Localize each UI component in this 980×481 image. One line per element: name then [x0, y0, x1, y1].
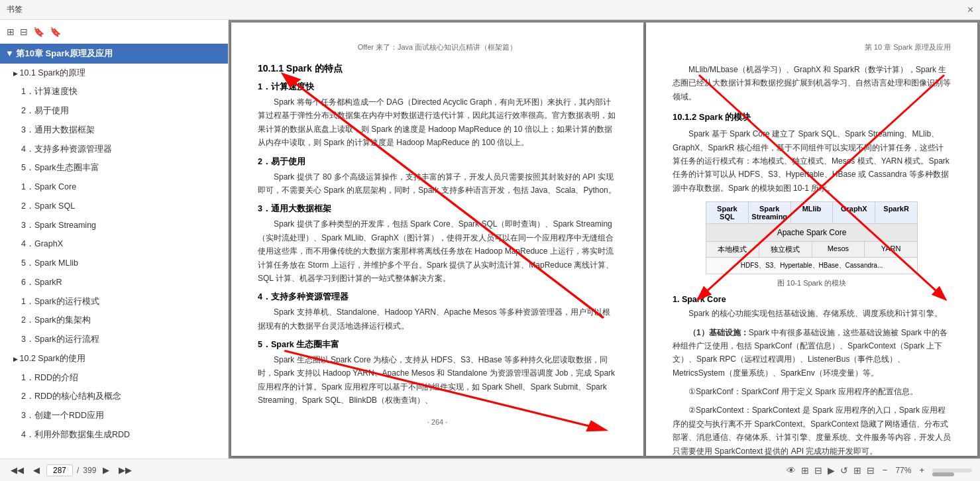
item-3-title: 3．通用大数据框架 [258, 203, 617, 215]
sidebar-item-ecosystem[interactable]: 5．Spark生态圈丰富 [0, 158, 228, 178]
diagram-cell-graphx: GraphX [833, 202, 875, 223]
spark-diagram-container: SparkSQL SparkStreaming MLlib GraphX Spa… [673, 201, 951, 288]
sidebar-item-mllib[interactable]: 5．Spark MLlib [0, 254, 228, 273]
item-2-title: 2．易于使用 [258, 156, 617, 168]
play-icon[interactable]: ▶ [828, 465, 835, 476]
zoom-label: 77% [895, 466, 911, 475]
nav-first-button[interactable]: ◀◀ [8, 464, 27, 476]
item-4-title: 4．支持多种资源管理器 [258, 292, 617, 303]
item-2-content: Spark 提供了 80 多个高级运算操作，支持丰富的算子，开发人员只需要按照其… [258, 170, 617, 197]
sidebar-item-sparkr[interactable]: 6．SparkR [0, 273, 228, 292]
item-3-content: Spark 提供了多种类型的开发库，包括 Spark Core、Spark SQ… [258, 217, 617, 285]
crop-icon[interactable]: ⊞ [853, 465, 861, 476]
page-number-input[interactable]: 287 [46, 464, 73, 476]
zoom-increase-button[interactable]: + [916, 464, 927, 476]
left-page-header: Offer 来了：Java 面试核心知识点精讲（框架篇） [258, 42, 617, 52]
sidebar-item-rdd-core[interactable]: 2．RDD的核心结构及概念 [0, 387, 228, 406]
right-controls: 👁 ⊞ ⊟ ▶ ↺ ⊞ ⊟ − 77% + [787, 464, 972, 476]
diagram-title: 图 10-1 Spark 的模块 [777, 278, 846, 288]
page-total: 399 [83, 466, 96, 475]
left-section-title: 10.1.1 Spark 的特点 [258, 63, 617, 75]
sidebar-item-10-1[interactable]: 10.1 Spark的原理 [0, 64, 228, 83]
bookmark-icon-1[interactable]: 🔖 [33, 27, 44, 37]
nav-last-button[interactable]: ▶▶ [116, 464, 135, 476]
diagram-cell-storage: HDFS、S3、Hypertable、HBase、Cassandra... [706, 258, 917, 274]
diagram-cell-sql: SparkSQL [706, 202, 749, 223]
diagram-row-2: Apache Spark Core [706, 224, 917, 242]
sidebar-item-spark-core[interactable]: 1．Spark Core [0, 178, 228, 197]
diagram-row-4: HDFS、S3、Hypertable、HBase、Cassandra... [706, 258, 917, 274]
bookmark-add-icon[interactable]: ⊞ [7, 27, 15, 37]
sidebar-item-rdd-external[interactable]: 4．利用外部数据集生成RDD [0, 425, 228, 445]
item-1-content: Spark 将每个任务都构造成一个 DAG（Directed Acyclic G… [258, 95, 617, 150]
diagram-cell-local: 本地模式 [706, 242, 759, 257]
right-section-title: 10.1.2 Spark 的模块 [673, 111, 951, 123]
sidebar-item-general[interactable]: 3．通用大数据框架 [0, 121, 228, 140]
window-bar: 书签 × [0, 0, 980, 20]
diagram-cell-mllib: MLlib [791, 202, 834, 223]
sidebar-item-run-mode[interactable]: 1．Spark的运行模式 [0, 292, 228, 311]
sidebar-item-spark-streaming[interactable]: 3．Spark Streaming [0, 216, 228, 235]
right-intro2: Spark 基于 Spark Core 建立了 Spark SQL、Spark … [673, 127, 951, 195]
page-layout-icon[interactable]: ⊟ [814, 465, 822, 476]
item-5-content: Spark 生态圈以 Spark Core 为核心，支持从 HDFS、S3、HB… [258, 353, 617, 407]
right-page: 第 10 章 Spark 原理及应用 MLlib/MLbase（机器学习）、Gr… [646, 23, 977, 456]
sidebar-item-spark-sql[interactable]: 2．Spark SQL [0, 197, 228, 216]
left-page: Offer 来了：Java 面试核心知识点精讲（框架篇） 10.1.1 Spar… [231, 23, 643, 456]
main-layout: ⊞ ⊟ 🔖 🔖 ▼ 第10章 Spark原理及应用 10.1 Spark的原理 … [0, 20, 980, 458]
diagram-cell-streaming: SparkStreaming [749, 202, 791, 223]
sidebar-item-calc[interactable]: 1．计算速度快 [0, 82, 228, 101]
close-button[interactable]: × [967, 4, 973, 16]
page-separator: / [77, 466, 79, 475]
window-title: 书签 [7, 4, 23, 15]
spark-core-intro: Spark 的核心功能实现包括基础设施、存储系统、调度系统和计算引擎。 [673, 307, 951, 320]
right-page-header: 第 10 章 Spark 原理及应用 [673, 42, 951, 52]
screenshot-icon[interactable]: ⊞ [801, 465, 809, 476]
nav-prev-button[interactable]: ◀ [30, 464, 42, 476]
nav-controls: ◀◀ ◀ 287 / 399 ▶ ▶▶ [8, 464, 135, 476]
eye-icon[interactable]: 👁 [787, 465, 796, 476]
spark-diagram: SparkSQL SparkStreaming MLlib GraphX Spa… [706, 201, 918, 274]
diagram-row-3: 本地模式 独立模式 Mesos YARN [706, 242, 917, 258]
sidebar-item-resource[interactable]: 4．支持多种资源管理器 [0, 140, 228, 159]
sidebar-item-rdd-create[interactable]: 3．创建一个RDD应用 [0, 406, 228, 425]
sidebar-item-ch10[interactable]: ▼ 第10章 Spark原理及应用 [0, 44, 228, 64]
content-area: Offer 来了：Java 面试核心知识点精讲（框架篇） 10.1.1 Spar… [229, 20, 980, 458]
spark-core-item-3: ②SparkContext：SparkContext 是 Spark 应用程序的… [673, 403, 951, 456]
sidebar-content: ▼ 第10章 Spark原理及应用 10.1 Spark的原理 1．计算速度快 … [0, 44, 228, 458]
nav-next-button[interactable]: ▶ [100, 464, 112, 476]
rotate-icon[interactable]: ↺ [840, 465, 848, 476]
item-1-title: 1．计算速度快 [258, 81, 617, 93]
bookmark-remove-icon[interactable]: ⊟ [20, 27, 28, 37]
bottom-bar: ◀◀ ◀ 287 / 399 ▶ ▶▶ 👁 ⊞ ⊟ ▶ ↺ ⊞ ⊟ − 77% … [0, 458, 980, 481]
spark-core-item-1: （1）基础设施：Spark 中有很多基础设施，这些基础设施被 Spark 中的各… [673, 326, 951, 380]
fit-icon[interactable]: ⊟ [867, 465, 875, 476]
zoom-slider[interactable] [932, 468, 972, 472]
diagram-cell-mesos: Mesos [812, 242, 865, 257]
sidebar-item-rdd-intro[interactable]: 1．RDD的介绍 [0, 368, 228, 388]
spark-core-item-2: ①SparkConf：SparkConf 用于定义 Spark 应用程序的配置信… [673, 385, 951, 398]
left-page-footer: · 264 · [258, 418, 617, 426]
item-5-title: 5．Spark 生态圈丰富 [258, 339, 617, 350]
diagram-row-1: SparkSQL SparkStreaming MLlib GraphX Spa… [706, 202, 917, 224]
sidebar-item-10-2[interactable]: 10.2 Spark的使用 [0, 349, 228, 368]
sidebar-item-easy[interactable]: 2．易于使用 [0, 101, 228, 121]
spark-core-title: 1. Spark Core [673, 295, 951, 304]
diagram-cell-core: Apache Spark Core [706, 224, 917, 241]
sidebar: ⊞ ⊟ 🔖 🔖 ▼ 第10章 Spark原理及应用 10.1 Spark的原理 … [0, 20, 229, 458]
diagram-cell-sparkr: SparkR [875, 202, 917, 223]
zoom-decrease-button[interactable]: − [880, 464, 891, 476]
bookmark-icon-2[interactable]: 🔖 [50, 27, 61, 37]
diagram-cell-standalone: 独立模式 [759, 242, 812, 257]
item-4-content: Spark 支持单机、Standalone、Hadoop YARN、Apache… [258, 305, 617, 333]
sidebar-item-run-flow[interactable]: 3．Spark的运行流程 [0, 330, 228, 349]
right-intro: MLlib/MLbase（机器学习）、GraphX 和 SparkR（数学计算）… [673, 63, 951, 103]
sidebar-toolbar: ⊞ ⊟ 🔖 🔖 [0, 20, 228, 44]
sidebar-item-cluster[interactable]: 2．Spark的集架构 [0, 311, 228, 330]
sidebar-item-graphx[interactable]: 4．GraphX [0, 235, 228, 254]
diagram-cell-yarn: YARN [865, 242, 917, 257]
